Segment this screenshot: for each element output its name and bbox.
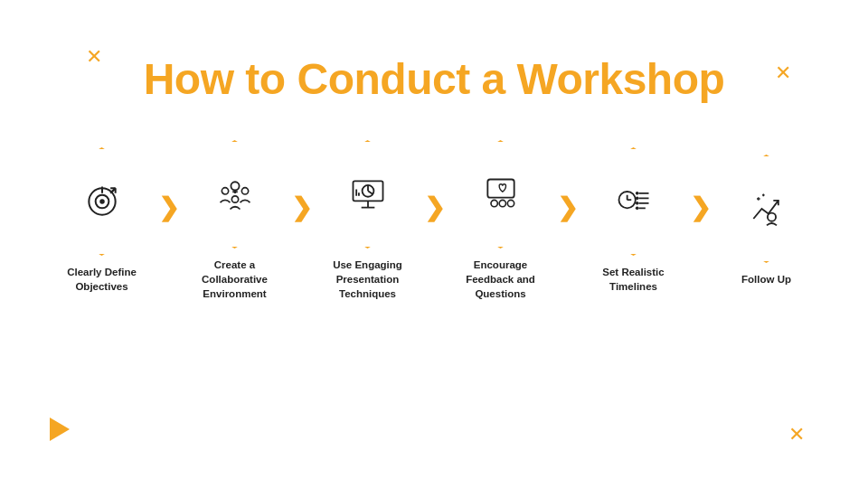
step-2-hex bbox=[185, 140, 285, 249]
svg-point-33 bbox=[635, 192, 638, 195]
step-1-hex bbox=[52, 147, 152, 256]
step-2: Create a Collaborative Environment bbox=[181, 140, 289, 301]
svg-point-24 bbox=[499, 200, 505, 206]
svg-point-23 bbox=[491, 200, 497, 206]
step-4-label: Encourage Feedback and Questions bbox=[451, 258, 551, 301]
page-title: How to Conduct a Workshop bbox=[0, 54, 868, 104]
corner-decoration-br: ✕ bbox=[788, 425, 805, 445]
svg-line-19 bbox=[368, 191, 373, 194]
step-6-label: Follow Up bbox=[741, 272, 791, 286]
svg-point-8 bbox=[231, 182, 239, 190]
arrow-1: ❯ bbox=[158, 192, 179, 222]
arrow-2: ❯ bbox=[291, 192, 312, 222]
svg-rect-22 bbox=[487, 180, 514, 198]
step-1-label: Clearly Define Objectives bbox=[52, 265, 152, 294]
steps-container: Clearly Define Objectives ❯ bbox=[0, 140, 868, 301]
step-3-label: Use Engaging Presentation Techniques bbox=[318, 258, 418, 301]
corner-decoration-tr: ✕ bbox=[775, 63, 791, 83]
svg-point-34 bbox=[635, 197, 638, 201]
step-4: Encourage Feedback and Questions bbox=[447, 140, 555, 301]
svg-point-36 bbox=[635, 207, 638, 211]
svg-point-25 bbox=[507, 200, 514, 206]
presentation-icon bbox=[348, 174, 388, 214]
triangle-decoration-bl bbox=[50, 418, 70, 441]
corner-decoration-tl: ✕ bbox=[86, 47, 102, 67]
feedback-icon bbox=[481, 174, 521, 214]
step-5-label: Set Realistic Timelines bbox=[584, 265, 684, 294]
followup-icon bbox=[747, 189, 787, 229]
svg-point-2 bbox=[99, 199, 105, 204]
svg-point-11 bbox=[222, 188, 228, 194]
step-4-hex bbox=[451, 140, 551, 249]
step-5: Set Realistic Timelines bbox=[580, 147, 688, 294]
svg-point-37 bbox=[767, 213, 775, 221]
step-6: Follow Up bbox=[712, 155, 821, 286]
svg-point-13 bbox=[231, 196, 238, 202]
target-icon bbox=[82, 182, 122, 221]
step-3: Use Engaging Presentation Techniques bbox=[314, 140, 422, 301]
team-lightbulb-icon bbox=[215, 174, 255, 214]
arrow-5: ❯ bbox=[690, 192, 711, 222]
svg-point-12 bbox=[241, 188, 248, 194]
title-section: How to Conduct a Workshop bbox=[0, 0, 868, 131]
step-5-hex bbox=[584, 147, 684, 256]
svg-point-35 bbox=[635, 202, 638, 205]
step-3-hex bbox=[318, 140, 418, 249]
arrow-3: ❯ bbox=[424, 192, 445, 222]
step-6-hex bbox=[717, 155, 816, 263]
step-2-label: Create a Collaborative Environment bbox=[185, 258, 285, 301]
arrow-4: ❯ bbox=[557, 192, 578, 222]
timeline-icon bbox=[614, 182, 654, 221]
step-1: Clearly Define Objectives bbox=[48, 147, 156, 294]
